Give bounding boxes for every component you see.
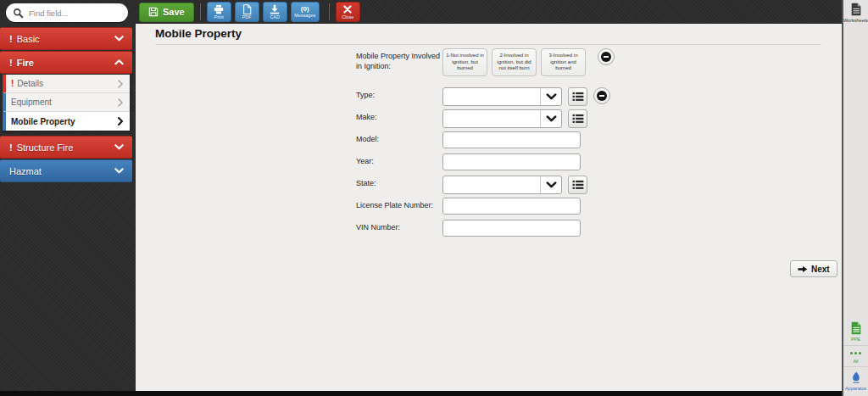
state-select-value: [443, 176, 540, 193]
bottom-bar: [0, 391, 842, 396]
flame-icon: [851, 371, 861, 384]
section-label: Basic: [17, 34, 40, 44]
sidebar-section-structure-fire[interactable]: ! Structure Fire: [0, 136, 132, 159]
save-label: Save: [163, 7, 185, 17]
ppe-button[interactable]: PPE: [843, 318, 868, 345]
mobile-property-form: Mobile Property Involved in Ignition: 1-…: [356, 48, 780, 242]
sidebar-item-details[interactable]: ! Details: [3, 75, 130, 93]
messages-button[interactable]: (0) Messages: [291, 2, 320, 22]
make-row: Make:: [356, 109, 780, 128]
section-label: Hazmat: [9, 166, 42, 176]
close-label: Close: [342, 15, 353, 20]
license-plate-row: License Plate Number:: [356, 198, 780, 215]
worksheets-label: Worksheets: [843, 18, 868, 24]
vin-label: VIN Number:: [356, 220, 442, 232]
type-lookup-button[interactable]: [568, 87, 587, 106]
chevron-down-icon: [114, 144, 124, 150]
make-label: Make:: [356, 109, 442, 122]
type-row: Type:: [356, 87, 780, 106]
subitem-label: Mobile Property: [11, 117, 75, 126]
top-toolbar: Save Print PDF CAD (0) Messages Close: [136, 0, 842, 24]
arrow-right-icon: [798, 265, 808, 273]
ignition-row: Mobile Property Involved in Ignition: 1-…: [356, 48, 780, 76]
vin-input[interactable]: [442, 220, 581, 237]
pdf-file-icon: [242, 4, 252, 14]
make-select-value: [443, 110, 540, 127]
list-icon: [572, 92, 584, 102]
subitem-label: Equipment: [11, 98, 52, 107]
pdf-button[interactable]: PDF: [235, 2, 259, 22]
type-label: Type:: [356, 87, 442, 100]
vin-row: VIN Number:: [356, 220, 780, 237]
sidebar-item-mobile-property[interactable]: Mobile Property: [3, 112, 130, 131]
section-label: Fire: [17, 58, 34, 68]
next-button[interactable]: Next: [790, 260, 837, 277]
ignition-option-3-button[interactable]: 3-Involved in ignition and burned: [541, 48, 586, 76]
worksheets-button[interactable]: Worksheets: [843, 0, 868, 26]
close-icon: [343, 4, 352, 14]
chevron-down-icon: [540, 88, 561, 105]
toolbar-divider: [329, 3, 330, 20]
sidebar-section-hazmat[interactable]: Hazmat: [0, 159, 132, 182]
ignition-option-1-button[interactable]: 1-Not involved in ignition, but burned: [442, 48, 487, 76]
floppy-disk-icon: [148, 7, 159, 17]
state-select[interactable]: [442, 176, 562, 194]
apparatus-button[interactable]: Apparatus: [843, 366, 868, 394]
page-title: Mobile Property: [155, 27, 821, 45]
state-label: State:: [356, 176, 442, 188]
chevron-down-icon: [540, 110, 561, 127]
ppe-label: PPE: [851, 337, 860, 343]
make-lookup-button[interactable]: [568, 109, 587, 128]
fire-submenu: ! Details Equipment Mobile Property: [3, 75, 130, 131]
license-plate-input[interactable]: [442, 198, 581, 215]
section-menu: ! Basic ! Fire ! Details Equipment: [0, 27, 132, 183]
pdf-label: PDF: [242, 15, 252, 20]
ignition-label: Mobile Property Involved in Ignition:: [356, 48, 442, 71]
sidebar-item-equipment[interactable]: Equipment: [3, 93, 130, 112]
ignition-option-2-button[interactable]: 2-Involved in ignition, but did not itse…: [492, 48, 537, 76]
close-button[interactable]: Close: [336, 2, 360, 22]
year-input[interactable]: [442, 153, 581, 170]
model-row: Model:: [356, 131, 780, 148]
model-input[interactable]: [442, 131, 581, 148]
next-label: Next: [811, 265, 830, 274]
download-icon: [270, 4, 280, 14]
messages-label: Messages: [294, 14, 315, 19]
chevron-right-icon: [118, 98, 123, 107]
save-button[interactable]: Save: [139, 3, 194, 22]
chevron-down-icon: [114, 36, 124, 42]
chevron-right-icon: [118, 117, 123, 125]
type-select[interactable]: [442, 87, 562, 106]
type-clear-button[interactable]: [593, 87, 610, 104]
search-input[interactable]: [29, 8, 121, 18]
model-label: Model:: [356, 131, 442, 144]
cad-label: CAD: [270, 15, 280, 20]
worksheets-document-icon: [850, 3, 862, 16]
toolbar-divider: [200, 3, 201, 20]
state-lookup-button[interactable]: [568, 176, 587, 194]
list-icon: [572, 180, 584, 190]
ignition-clear-button[interactable]: [598, 48, 615, 65]
cad-button[interactable]: CAD: [263, 2, 287, 22]
print-label: Print: [214, 15, 224, 20]
state-row: State:: [356, 176, 780, 194]
year-label: Year:: [356, 153, 442, 166]
messages-count: (0): [301, 6, 309, 13]
required-mark: !: [9, 34, 13, 44]
sidebar-section-fire[interactable]: ! Fire: [0, 51, 132, 74]
ppe-document-icon: [850, 321, 862, 335]
license-plate-label: License Plate Number:: [356, 198, 442, 210]
make-select[interactable]: [442, 109, 562, 128]
minus-circle-icon: [601, 52, 611, 62]
chevron-up-icon: [114, 59, 124, 65]
chevron-down-icon: [114, 168, 124, 174]
ellipsis-icon: [850, 349, 861, 357]
printer-icon: [214, 4, 224, 14]
sidebar-section-basic[interactable]: ! Basic: [0, 27, 132, 50]
all-button[interactable]: All: [843, 345, 868, 367]
required-mark: !: [9, 142, 13, 153]
right-toolbar: Worksheets PPE All Apparatus: [842, 0, 868, 396]
print-button[interactable]: Print: [207, 2, 231, 22]
subitem-label: Details: [17, 79, 43, 88]
section-label: Structure Fire: [17, 142, 74, 153]
